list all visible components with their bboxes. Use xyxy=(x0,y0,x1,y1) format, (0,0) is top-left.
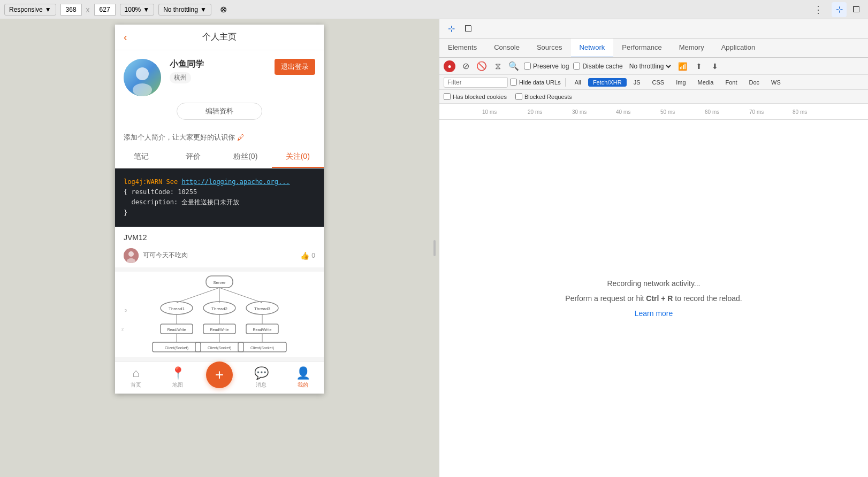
author-avatar xyxy=(124,248,139,263)
zoom-label: 100% xyxy=(125,6,141,13)
blocked-requests-input[interactable] xyxy=(515,93,522,100)
timeline-20ms: 20 ms xyxy=(528,109,542,115)
clear-button[interactable]: 🚫 xyxy=(476,60,488,72)
filter-font-btn[interactable]: Font xyxy=(720,78,742,87)
nav-messages[interactable]: 💬 消息 xyxy=(240,362,282,394)
filter-all-btn[interactable]: All xyxy=(570,78,586,87)
create-button[interactable]: + xyxy=(206,361,233,388)
profile-tabs-bar: 笔记 评价 粉丝(0) 关注(0) xyxy=(115,147,324,168)
tab-console[interactable]: Console xyxy=(485,39,528,58)
nav-home[interactable]: ⌂ 首页 xyxy=(115,362,157,394)
tab-network[interactable]: Network xyxy=(571,39,614,58)
preserve-log-input[interactable] xyxy=(524,63,531,70)
filter-button[interactable]: ⧖ xyxy=(492,60,504,72)
tab-following[interactable]: 关注(0) xyxy=(272,147,324,168)
tab-elements[interactable]: Elements xyxy=(439,39,485,58)
timeline-30ms: 30 ms xyxy=(572,109,587,115)
filter-fetch-xhr-btn[interactable]: Fetch/XHR xyxy=(588,78,627,87)
profile-location: 杭州 xyxy=(170,72,191,83)
resize-handle[interactable] xyxy=(430,237,439,259)
disable-cache-input[interactable] xyxy=(573,63,580,70)
learn-more-link[interactable]: Learn more xyxy=(635,306,673,321)
responsive-selector[interactable]: Responsive ▼ xyxy=(4,4,56,16)
throttle-dropdown[interactable]: No throttling xyxy=(627,62,673,71)
like-icon: 👍 xyxy=(300,251,309,260)
height-input[interactable] xyxy=(94,4,116,16)
svg-text:Thread1: Thread1 xyxy=(169,306,185,311)
tab-memory[interactable]: Memory xyxy=(671,39,713,58)
code-warn-text: log4j:WARN See xyxy=(124,178,181,186)
svg-text:Server: Server xyxy=(213,280,226,285)
code-block: log4j:WARN See http://logging.apache.org… xyxy=(115,168,324,227)
width-input[interactable] xyxy=(60,4,82,16)
disable-cache-checkbox[interactable]: Disable cache xyxy=(573,63,622,70)
tab-application[interactable]: Application xyxy=(713,39,764,58)
svg-text:Thread2: Thread2 xyxy=(211,306,227,311)
edit-profile-button[interactable]: 编辑资料 xyxy=(177,103,262,120)
nav-home-label: 首页 xyxy=(131,381,141,389)
logout-button[interactable]: 退出登录 xyxy=(275,59,315,75)
tab-performance[interactable]: Performance xyxy=(613,39,670,58)
nav-map[interactable]: 📍 地图 xyxy=(157,362,199,394)
sensors-button[interactable]: ⊗ xyxy=(216,4,231,16)
filter-css-btn[interactable]: CSS xyxy=(648,78,669,87)
filter-ws-btn[interactable]: WS xyxy=(766,78,786,87)
filter-js-btn[interactable]: JS xyxy=(629,78,645,87)
has-blocked-cookies-checkbox[interactable]: Has blocked cookies xyxy=(444,93,507,100)
filter-media-btn[interactable]: Media xyxy=(693,78,719,87)
back-button[interactable]: ‹ xyxy=(124,31,127,43)
import-button[interactable]: ⬆ xyxy=(693,60,705,72)
device-toggle-button[interactable]: ⧠ xyxy=(849,2,864,17)
instructions-prefix: Perform a request or hit xyxy=(565,294,646,303)
timeline-60ms: 60 ms xyxy=(705,109,719,115)
export-button[interactable]: ⬇ xyxy=(709,60,721,72)
tab-reviews[interactable]: 评价 xyxy=(167,147,220,168)
bio-edit-icon[interactable]: 🖊 xyxy=(237,133,245,142)
blocked-requests-checkbox[interactable]: Blocked Requests xyxy=(515,93,572,100)
preserve-log-label: Preserve log xyxy=(533,63,569,70)
svg-text:Read/Write: Read/Write xyxy=(210,328,229,332)
devtools-tabs: Elements Console Sources Network Perform… xyxy=(439,39,868,58)
filter-img-btn[interactable]: Img xyxy=(671,78,690,87)
nav-profile[interactable]: 👤 我的 xyxy=(282,362,324,394)
like-button[interactable]: 👍 0 xyxy=(300,251,315,260)
resize-handle-inner xyxy=(433,240,436,256)
preserve-log-checkbox[interactable]: Preserve log xyxy=(524,63,569,70)
search-button[interactable]: 🔍 xyxy=(508,60,520,72)
filter-input[interactable] xyxy=(444,77,508,88)
devtools-panel: ⊹ ⧠ Elements Console Sources Network Per… xyxy=(439,19,868,477)
tab-notes[interactable]: 笔记 xyxy=(115,147,167,168)
inspect-button[interactable]: ⊹ xyxy=(444,21,459,36)
instructions-text: Perform a request or hit Ctrl + R to rec… xyxy=(565,291,742,306)
content-area[interactable]: log4j:WARN See http://logging.apache.org… xyxy=(115,168,324,361)
hide-data-urls-label: Hide data URLs xyxy=(519,79,561,86)
top-toolbar: Responsive ▼ x 100% ▼ No throttling ▼ ⊗ … xyxy=(0,0,868,19)
nav-create[interactable]: + xyxy=(199,362,240,394)
filter-doc-btn[interactable]: Doc xyxy=(744,78,764,87)
code-link: http://logging.apache.org... xyxy=(181,178,290,186)
stop-record-button[interactable]: ⊘ xyxy=(460,60,471,72)
hide-data-urls-checkbox[interactable]: Hide data URLs xyxy=(510,79,561,86)
hide-data-urls-input[interactable] xyxy=(510,79,517,86)
svg-text:Thread3: Thread3 xyxy=(254,306,270,311)
inspect-element-button[interactable]: ⊹ xyxy=(832,2,847,17)
throttle-selector[interactable]: No throttling ▼ xyxy=(158,4,211,16)
blocked-requests-label: Blocked Requests xyxy=(524,94,572,100)
svg-point-2 xyxy=(133,83,152,96)
svg-text:Read/Write: Read/Write xyxy=(167,328,186,332)
zoom-selector[interactable]: 100% ▼ xyxy=(120,4,155,16)
throttle-label: No throttling xyxy=(163,6,198,13)
has-blocked-cookies-input[interactable] xyxy=(444,93,451,100)
timeline-70ms: 70 ms xyxy=(749,109,764,115)
zoom-dropdown-icon: ▼ xyxy=(143,6,149,13)
has-blocked-cookies-label: Has blocked cookies xyxy=(453,94,507,100)
profile-info: 小鱼同学 杭州 xyxy=(170,59,275,83)
record-button[interactable]: ● xyxy=(444,60,455,72)
device-mode-button[interactable]: ⧠ xyxy=(461,21,476,36)
tab-sources[interactable]: Sources xyxy=(528,39,571,58)
code-line-3: description: 全量推送接口未开放 xyxy=(124,197,315,207)
mobile-preview-pane: ‹ 个人主页 xyxy=(0,19,439,477)
more-options-button[interactable]: ⋮ xyxy=(813,4,823,16)
network-empty-state: Recording network activity... Perform a … xyxy=(439,120,868,477)
tab-followers[interactable]: 粉丝(0) xyxy=(219,147,272,168)
